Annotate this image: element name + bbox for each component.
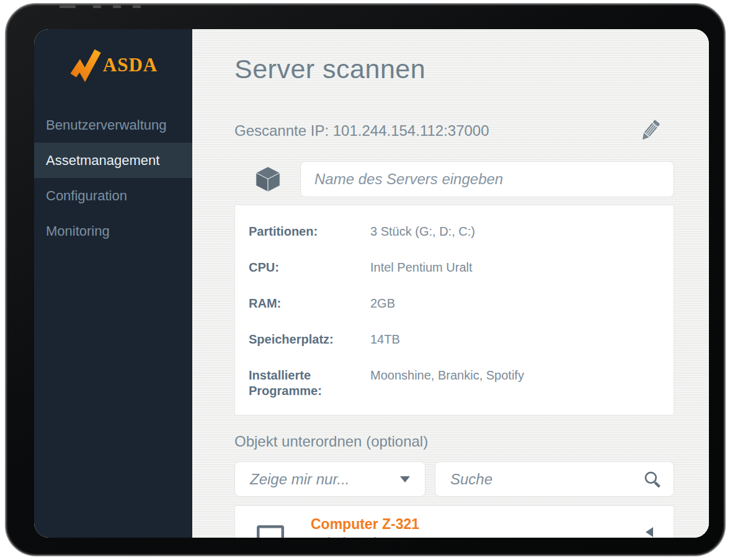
filter-dropdown-value: Zeige mir nur... <box>250 471 350 488</box>
search-icon[interactable] <box>643 469 662 489</box>
sidebar-item-label: Monitoring <box>46 223 110 239</box>
asset-list: Computer Z-321 Enhält 3 Elemente <box>234 505 674 538</box>
tablet-volume-button <box>133 5 141 8</box>
list-item-subtitle: Enhält 3 Elemente <box>311 533 422 538</box>
detail-row-speicherplatz: Speicherplatz: 14TB <box>249 332 660 347</box>
sidebar-item-benutzerverwaltung[interactable]: Benutzerverwaltung <box>34 107 192 143</box>
cube-icon <box>254 166 282 193</box>
app-screen: ASDA Benutzerverwaltung Assetmanagement … <box>34 29 709 538</box>
list-item-computer-z-321[interactable]: Computer Z-321 Enhält 3 Elemente <box>235 506 674 538</box>
sidebar-item-label: Configuration <box>46 188 127 204</box>
logo-checkmark-icon <box>69 48 105 82</box>
sidebar-item-label: Assetmanagement <box>46 153 159 169</box>
subordinate-section-label: Objekt unterordnen (optional) <box>234 433 674 450</box>
detail-label: CPU: <box>249 260 370 275</box>
chevron-left-icon[interactable] <box>646 527 653 537</box>
tablet-volume-button <box>93 5 101 8</box>
sidebar: ASDA Benutzerverwaltung Assetmanagement … <box>34 29 192 538</box>
sidebar-nav: Benutzerverwaltung Assetmanagement Confi… <box>34 107 192 249</box>
detail-row-ram: RAM: 2GB <box>249 296 660 311</box>
logo: ASDA <box>48 48 179 82</box>
detail-label: Speicherplatz: <box>249 332 370 347</box>
sidebar-item-monitoring[interactable]: Monitoring <box>34 213 192 249</box>
search-box <box>435 461 674 497</box>
chevron-down-icon <box>400 476 410 482</box>
detail-value: 3 Stück (G:, D:, C:) <box>370 224 475 239</box>
search-input[interactable] <box>450 471 643 488</box>
detail-value: Moonshine, Brankic, Spotify <box>370 368 524 399</box>
server-details-card: Partitionen: 3 Stück (G:, D:, C:) CPU: I… <box>234 205 674 416</box>
detail-value: 14TB <box>370 332 400 347</box>
detail-label: Partitionen: <box>249 224 370 239</box>
pencil-icon <box>638 118 661 144</box>
tablet-volume-button <box>113 5 121 8</box>
detail-value: 2GB <box>370 296 395 311</box>
detail-value: Intel Pentium Uralt <box>370 260 473 275</box>
filter-row: Zeige mir nur... <box>234 461 674 497</box>
scanned-ip-row: Gescannte IP: 101.244.154.112:37000 <box>234 118 674 144</box>
detail-row-partitionen: Partitionen: 3 Stück (G:, D:, C:) <box>249 224 660 239</box>
tablet-power-button <box>60 5 76 8</box>
server-name-input[interactable] <box>300 161 674 197</box>
list-item-texts: Computer Z-321 Enhält 3 Elemente <box>311 515 422 538</box>
detail-row-cpu: CPU: Intel Pentium Uralt <box>249 260 660 275</box>
server-name-row <box>234 161 674 197</box>
detail-label: RAM: <box>249 296 370 311</box>
computer-monitor-icon <box>256 525 285 538</box>
detail-row-installierte-programme: Installierte Programme: Moonshine, Brank… <box>249 368 660 399</box>
page: ASDA Benutzerverwaltung Assetmanagement … <box>0 0 730 560</box>
main-content: Server scannen Gescannte IP: 101.244.154… <box>192 29 709 538</box>
logo-text: ASDA <box>103 54 158 76</box>
tablet-frame: ASDA Benutzerverwaltung Assetmanagement … <box>5 3 726 556</box>
sidebar-item-assetmanagement[interactable]: Assetmanagement <box>34 143 192 178</box>
sidebar-item-configuration[interactable]: Configuration <box>34 178 192 213</box>
scanned-ip-text: Gescannte IP: 101.244.154.112:37000 <box>234 122 489 140</box>
sidebar-item-label: Benutzerverwaltung <box>46 117 166 133</box>
list-item-title: Computer Z-321 <box>311 515 422 533</box>
edit-ip-button[interactable] <box>638 118 661 144</box>
filter-dropdown[interactable]: Zeige mir nur... <box>234 461 425 497</box>
detail-label: Installierte Programme: <box>249 368 370 399</box>
page-title: Server scannen <box>234 54 674 84</box>
